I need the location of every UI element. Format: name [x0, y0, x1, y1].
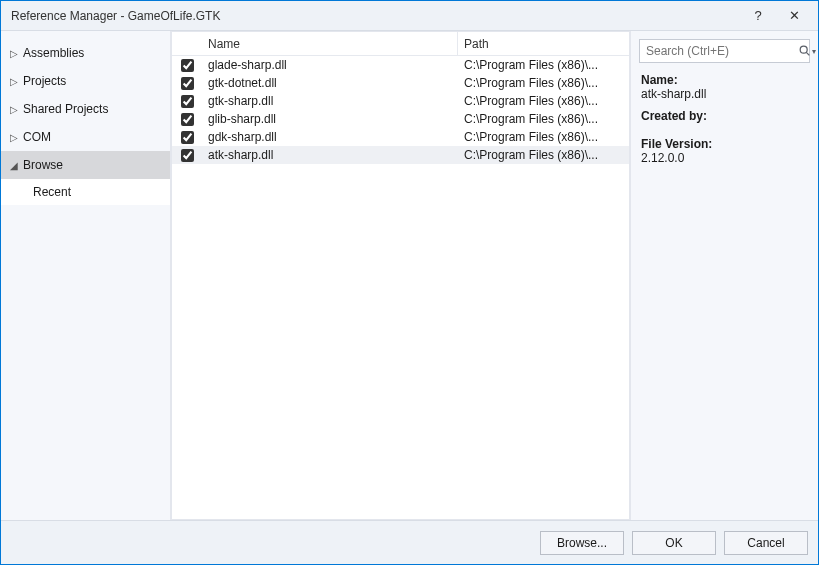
- help-button[interactable]: ?: [740, 2, 776, 30]
- reference-list: Name Path glade-sharp.dllC:\Program File…: [171, 31, 630, 520]
- row-path: C:\Program Files (x86)\...: [458, 76, 629, 90]
- column-header-name[interactable]: Name: [202, 32, 458, 55]
- row-name: glade-sharp.dll: [202, 58, 458, 72]
- row-checkbox[interactable]: [181, 77, 194, 90]
- row-path: C:\Program Files (x86)\...: [458, 58, 629, 72]
- details-pane: ▾ Name: atk-sharp.dll Created by: File V…: [630, 31, 818, 520]
- list-wrap: Name Path glade-sharp.dllC:\Program File…: [171, 31, 630, 520]
- chevron-down-icon[interactable]: ▾: [812, 47, 816, 56]
- close-button[interactable]: ✕: [776, 2, 812, 30]
- nav-label: Assemblies: [21, 46, 84, 60]
- row-path: C:\Program Files (x86)\...: [458, 148, 629, 162]
- nav-item-assemblies[interactable]: ▷ Assemblies: [1, 39, 170, 67]
- row-name: atk-sharp.dll: [202, 148, 458, 162]
- table-row[interactable]: glade-sharp.dllC:\Program Files (x86)\..…: [172, 56, 629, 74]
- category-nav: ▷ Assemblies ▷ Projects ▷ Shared Project…: [1, 31, 171, 520]
- row-checkbox-cell: [172, 128, 202, 147]
- svg-line-1: [806, 52, 809, 55]
- row-path: C:\Program Files (x86)\...: [458, 130, 629, 144]
- column-header-path[interactable]: Path: [458, 32, 629, 55]
- details-createdby-label: Created by:: [641, 109, 808, 123]
- window-title: Reference Manager - GameOfLife.GTK: [11, 9, 740, 23]
- ok-button[interactable]: OK: [632, 531, 716, 555]
- list-header: Name Path: [172, 32, 629, 56]
- row-checkbox[interactable]: [181, 59, 194, 72]
- list-body: glade-sharp.dllC:\Program Files (x86)\..…: [172, 56, 629, 519]
- details-name-label: Name:: [641, 73, 808, 87]
- row-checkbox[interactable]: [181, 149, 194, 162]
- nav-item-projects[interactable]: ▷ Projects: [1, 67, 170, 95]
- chevron-right-icon: ▷: [7, 76, 21, 87]
- chevron-right-icon: ▷: [7, 104, 21, 115]
- cancel-button[interactable]: Cancel: [724, 531, 808, 555]
- nav-label: COM: [21, 130, 51, 144]
- nav-label: Projects: [21, 74, 66, 88]
- nav-label: Browse: [21, 158, 63, 172]
- details-fileversion-value: 2.12.0.0: [641, 151, 808, 165]
- browse-button[interactable]: Browse...: [540, 531, 624, 555]
- row-name: glib-sharp.dll: [202, 112, 458, 126]
- nav-label: Shared Projects: [21, 102, 108, 116]
- row-path: C:\Program Files (x86)\...: [458, 94, 629, 108]
- row-checkbox-cell: [172, 74, 202, 93]
- table-row[interactable]: gtk-sharp.dllC:\Program Files (x86)\...: [172, 92, 629, 110]
- row-checkbox[interactable]: [181, 131, 194, 144]
- details-fileversion-label: File Version:: [641, 137, 808, 151]
- row-path: C:\Program Files (x86)\...: [458, 112, 629, 126]
- nav-item-shared-projects[interactable]: ▷ Shared Projects: [1, 95, 170, 123]
- table-row[interactable]: atk-sharp.dllC:\Program Files (x86)\...: [172, 146, 629, 164]
- row-checkbox-cell: [172, 146, 202, 165]
- search-box[interactable]: ▾: [639, 39, 810, 63]
- svg-point-0: [800, 46, 807, 53]
- row-name: gtk-sharp.dll: [202, 94, 458, 108]
- row-checkbox[interactable]: [181, 113, 194, 126]
- chevron-down-icon: ◢: [7, 160, 21, 171]
- table-row[interactable]: gtk-dotnet.dllC:\Program Files (x86)\...: [172, 74, 629, 92]
- nav-subitem-recent[interactable]: Recent: [1, 179, 170, 205]
- nav-item-com[interactable]: ▷ COM: [1, 123, 170, 151]
- row-name: gtk-dotnet.dll: [202, 76, 458, 90]
- details-name-value: atk-sharp.dll: [641, 87, 808, 101]
- nav-sub-label: Recent: [33, 185, 71, 199]
- search-input[interactable]: [644, 43, 798, 59]
- row-checkbox-cell: [172, 56, 202, 75]
- titlebar: Reference Manager - GameOfLife.GTK ? ✕: [1, 1, 818, 31]
- chevron-right-icon: ▷: [7, 132, 21, 143]
- table-row[interactable]: glib-sharp.dllC:\Program Files (x86)\...: [172, 110, 629, 128]
- row-checkbox-cell: [172, 92, 202, 111]
- center-pane: Name Path glade-sharp.dllC:\Program File…: [171, 31, 630, 520]
- nav-item-browse[interactable]: ◢ Browse: [1, 151, 170, 179]
- search-icon[interactable]: [798, 44, 812, 58]
- table-row[interactable]: gdk-sharp.dllC:\Program Files (x86)\...: [172, 128, 629, 146]
- row-checkbox-cell: [172, 110, 202, 129]
- dialog-footer: Browse... OK Cancel: [1, 520, 818, 564]
- row-checkbox[interactable]: [181, 95, 194, 108]
- row-name: gdk-sharp.dll: [202, 130, 458, 144]
- content-area: ▷ Assemblies ▷ Projects ▷ Shared Project…: [1, 31, 818, 520]
- chevron-right-icon: ▷: [7, 48, 21, 59]
